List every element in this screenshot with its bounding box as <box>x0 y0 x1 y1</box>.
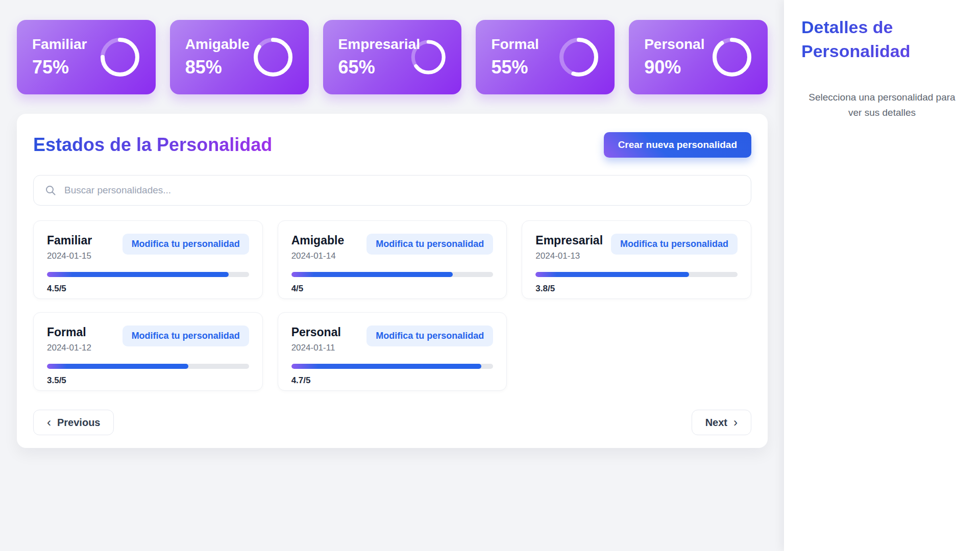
stat-percent: 90% <box>644 57 704 78</box>
next-button-label: Next <box>705 417 727 429</box>
stats-row: Familiar 75% Amigable 85% Empresarial 65… <box>17 20 768 94</box>
search-box <box>33 175 751 206</box>
rating-progress-track <box>291 364 494 369</box>
chevron-left-icon: ‹ <box>47 416 51 429</box>
next-button[interactable]: Next › <box>692 410 751 435</box>
stat-label: Empresarial <box>338 36 410 53</box>
search-icon <box>45 185 56 196</box>
personality-card[interactable]: Formal 2024-01-12 Modifica tu personalid… <box>33 312 263 391</box>
stat-percent: 75% <box>32 57 87 78</box>
rating-progress-fill <box>291 364 481 369</box>
progress-ring <box>712 37 752 78</box>
sidebar-empty-message: Selecciona una personalidad para ver sus… <box>801 90 963 121</box>
personality-card[interactable]: Empresarial 2024-01-13 Modifica tu perso… <box>522 220 751 299</box>
progress-ring-fill <box>715 40 749 74</box>
stat-percent: 85% <box>185 57 250 78</box>
sidebar-title: Detalles de Personalidad <box>801 15 963 63</box>
rating-value: 3.8/5 <box>535 284 738 294</box>
personality-date: 2024-01-12 <box>47 343 91 353</box>
rating-value: 4.5/5 <box>47 284 249 294</box>
rating-value: 3.5/5 <box>47 375 249 386</box>
personality-stat-card[interactable]: Personal 90% <box>629 20 768 94</box>
modify-personality-button[interactable]: Modifica tu personalidad <box>611 234 738 255</box>
chevron-right-icon: › <box>733 416 738 429</box>
page-title: Estados de la Personalidad <box>33 134 272 156</box>
rating-progress-track <box>291 272 494 277</box>
personality-stat-card[interactable]: Empresarial 65% <box>323 20 462 94</box>
personality-card[interactable]: Personal 2024-01-11 Modifica tu personal… <box>278 312 507 391</box>
progress-ring <box>410 37 447 78</box>
progress-ring <box>253 37 293 78</box>
search-input[interactable] <box>64 185 740 196</box>
stat-label: Personal <box>644 36 704 53</box>
rating-progress-fill <box>291 272 453 277</box>
rating-progress-fill <box>47 272 229 277</box>
progress-ring <box>100 37 140 78</box>
personality-name: Familiar <box>47 234 92 247</box>
rating-value: 4.7/5 <box>291 375 494 386</box>
personality-stat-card[interactable]: Familiar 75% <box>17 20 156 94</box>
personality-name: Personal <box>291 325 341 339</box>
rating-progress-track <box>47 272 249 277</box>
rating-progress-fill <box>535 272 689 277</box>
modify-personality-button[interactable]: Modifica tu personalidad <box>122 325 249 346</box>
personality-date: 2024-01-13 <box>535 251 603 261</box>
personality-card[interactable]: Familiar 2024-01-15 Modifica tu personal… <box>33 220 263 299</box>
modify-personality-button[interactable]: Modifica tu personalidad <box>366 234 493 255</box>
personality-states-panel: Estados de la Personalidad Crear nueva p… <box>17 114 768 448</box>
create-personality-button[interactable]: Crear nueva personalidad <box>604 132 751 158</box>
previous-button-label: Previous <box>57 417 100 429</box>
personality-name: Formal <box>47 325 91 339</box>
personality-name: Empresarial <box>535 234 603 247</box>
personality-date: 2024-01-11 <box>291 343 341 353</box>
stat-label: Amigable <box>185 36 250 53</box>
details-sidebar: Detalles de Personalidad Selecciona una … <box>784 0 980 551</box>
panel-header: Estados de la Personalidad Crear nueva p… <box>33 132 751 158</box>
progress-ring <box>558 37 599 78</box>
main-content: Familiar 75% Amigable 85% Empresarial 65… <box>0 0 784 551</box>
stat-percent: 55% <box>491 57 538 78</box>
personality-date: 2024-01-15 <box>47 251 92 261</box>
modify-personality-button[interactable]: Modifica tu personalidad <box>122 234 249 255</box>
personality-card-grid: Familiar 2024-01-15 Modifica tu personal… <box>33 220 751 391</box>
rating-progress-fill <box>47 364 188 369</box>
rating-progress-track <box>535 272 738 277</box>
rating-value: 4/5 <box>291 284 494 294</box>
personality-name: Amigable <box>291 234 345 247</box>
personality-stat-card[interactable]: Formal 55% <box>476 20 615 94</box>
pagination: ‹ Previous Next › <box>33 410 751 435</box>
personality-card[interactable]: Amigable 2024-01-14 Modifica tu personal… <box>278 220 507 299</box>
personality-stat-card[interactable]: Amigable 85% <box>170 20 309 94</box>
rating-progress-track <box>47 364 249 369</box>
modify-personality-button[interactable]: Modifica tu personalidad <box>366 325 493 346</box>
previous-button[interactable]: ‹ Previous <box>33 410 114 435</box>
stat-label: Formal <box>491 36 538 53</box>
personality-date: 2024-01-14 <box>291 251 345 261</box>
stat-label: Familiar <box>32 36 87 53</box>
stat-percent: 65% <box>338 57 410 78</box>
